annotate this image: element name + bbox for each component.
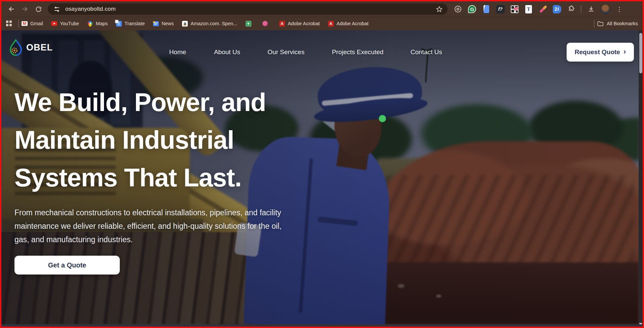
extensions-row: G f? T 2I ⋮ <box>451 4 627 14</box>
browser-menu-button[interactable]: ⋮ <box>614 4 625 14</box>
bookmark-maps[interactable]: Maps <box>87 21 108 27</box>
color-picker-extension-icon[interactable] <box>537 4 548 14</box>
get-a-quote-button[interactable]: Get a Quote <box>14 256 120 275</box>
profile-avatar[interactable] <box>600 4 611 14</box>
maps-icon <box>87 21 93 27</box>
bookmark-youtube[interactable]: YouTube <box>51 21 79 27</box>
apps-grid-icon[interactable] <box>6 21 12 27</box>
toolbar-divider <box>581 5 581 13</box>
scrollbar-thumb[interactable] <box>639 33 642 73</box>
acrobat-icon: A <box>279 21 285 27</box>
back-icon <box>8 5 15 13</box>
blue-card-extension-icon[interactable] <box>481 4 492 14</box>
bookmark-green-plus[interactable]: + <box>245 21 254 27</box>
reload-icon <box>35 6 42 13</box>
folder-icon <box>597 21 604 27</box>
bookmark-acrobat-2[interactable]: A Adobe Acrobat <box>328 21 368 27</box>
reload-button[interactable] <box>33 3 44 15</box>
obel-droplet-icon <box>9 39 23 56</box>
nav-item-contact-us[interactable]: Contact Us <box>410 48 442 56</box>
nav-item-about-us[interactable]: About Us <box>214 48 240 56</box>
downloads-button[interactable] <box>586 4 597 14</box>
youtube-icon <box>51 21 57 27</box>
page-viewport: OBEL Home About Us Our Services Projects… <box>1 30 639 324</box>
qr-extension-icon[interactable] <box>509 4 520 14</box>
download-icon <box>587 5 595 13</box>
logo-text: OBEL <box>26 42 53 53</box>
bookmark-amazon[interactable]: a Amazon.com. Spen... <box>182 21 238 27</box>
acrobat-icon: A <box>328 21 334 27</box>
back-button[interactable] <box>6 3 17 15</box>
gmail-icon: M <box>22 21 28 27</box>
amazon-icon: a <box>182 21 188 27</box>
browser-toolbar: osayanyoboltd.com G f? T 2I ⋮ <box>1 1 643 17</box>
grammarly-extension-icon[interactable]: G <box>467 4 477 14</box>
text-doc-extension-icon[interactable]: T <box>523 4 534 14</box>
word-counter-extension-icon[interactable]: 2I <box>551 4 562 14</box>
request-quote-button[interactable]: Request Quote › <box>567 43 634 62</box>
hero-copy: We Build, Power, and Maintain Industrial… <box>14 83 317 275</box>
pink-circle-icon <box>262 21 268 27</box>
extensions-puzzle-icon[interactable] <box>566 4 576 14</box>
bookmark-pink-circle[interactable] <box>262 21 271 27</box>
bookmark-news[interactable]: News <box>153 21 174 27</box>
address-bar[interactable]: osayanyoboltd.com <box>48 3 448 15</box>
forward-button[interactable] <box>19 3 31 15</box>
site-logo[interactable]: OBEL <box>9 39 53 56</box>
fq-extension-icon[interactable]: f? <box>495 4 506 14</box>
forward-icon <box>21 5 29 13</box>
green-plus-icon: + <box>245 21 251 27</box>
bookmark-translate[interactable]: 文 Translate <box>116 21 145 27</box>
news-icon <box>153 21 159 27</box>
bookmark-gmail[interactable]: M Gmail <box>22 21 43 27</box>
site-settings-icon[interactable] <box>52 5 61 13</box>
bookmark-star-icon[interactable] <box>436 6 443 13</box>
target-extension-icon[interactable] <box>453 4 463 14</box>
kebab-icon: ⋮ <box>616 5 623 13</box>
browser-window: osayanyoboltd.com G f? T 2I ⋮ <box>0 0 644 328</box>
hero-heading: We Build, Power, and Maintain Industrial… <box>14 83 317 196</box>
chevron-right-icon: › <box>623 48 626 56</box>
all-bookmarks[interactable]: All Bookmarks <box>591 20 638 28</box>
vertical-scrollbar[interactable] <box>639 30 643 327</box>
bookmarks-divider <box>18 20 19 28</box>
bookmarks-bar: M Gmail YouTube Maps 文 Translate News a … <box>1 17 643 30</box>
bookmarks-right-divider <box>594 20 595 28</box>
url-text[interactable]: osayanyoboltd.com <box>65 6 436 12</box>
nav-item-home[interactable]: Home <box>169 48 186 56</box>
bottom-scroll-strip <box>1 324 643 327</box>
site-navbar: OBEL Home About Us Our Services Projects… <box>1 30 639 68</box>
hero-paragraph: From mechanical constructions to electri… <box>14 206 296 246</box>
bookmark-acrobat-1[interactable]: A Adobe Acrobat <box>279 21 320 27</box>
translate-icon: 文 <box>116 21 122 27</box>
cursor-dot <box>379 115 386 122</box>
nav-item-our-services[interactable]: Our Services <box>267 48 305 56</box>
nav-item-projects-executed[interactable]: Projects Executed <box>332 48 383 56</box>
